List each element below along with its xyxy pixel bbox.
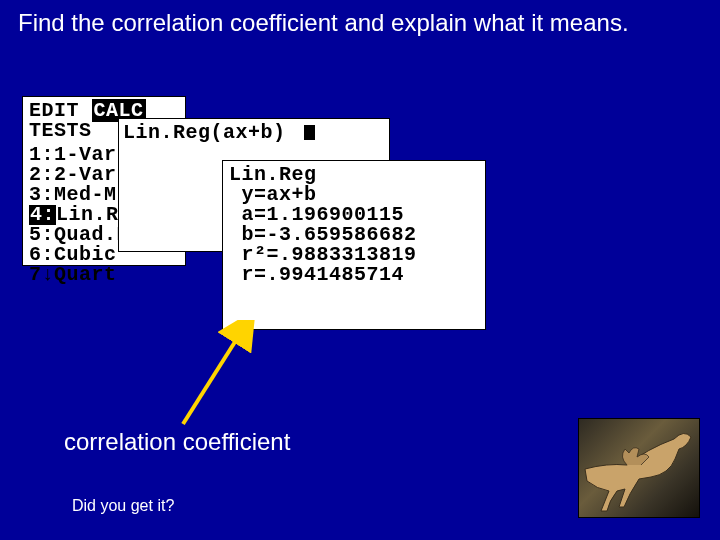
did-you-get-it-label: Did you get it?	[72, 497, 174, 515]
calc-tab-tests: TESTS	[29, 119, 92, 142]
svg-line-0	[183, 326, 245, 424]
calc-command-body: Lin.Reg(ax+b)	[119, 119, 389, 149]
calc-screen-output: Lin.Reg y=ax+b a=1.196900115 b=-3.659586…	[222, 160, 486, 330]
slide: Find the correlation coefficient and exp…	[0, 0, 720, 540]
calc-output-body: Lin.Reg y=ax+b a=1.196900115 b=-3.659586…	[223, 161, 485, 291]
correlation-coefficient-label: correlation coefficient	[64, 428, 290, 456]
arrow-icon	[177, 320, 257, 430]
cursor-icon	[304, 125, 315, 140]
dinosaur-image	[578, 418, 700, 518]
slide-title: Find the correlation coefficient and exp…	[18, 8, 658, 38]
